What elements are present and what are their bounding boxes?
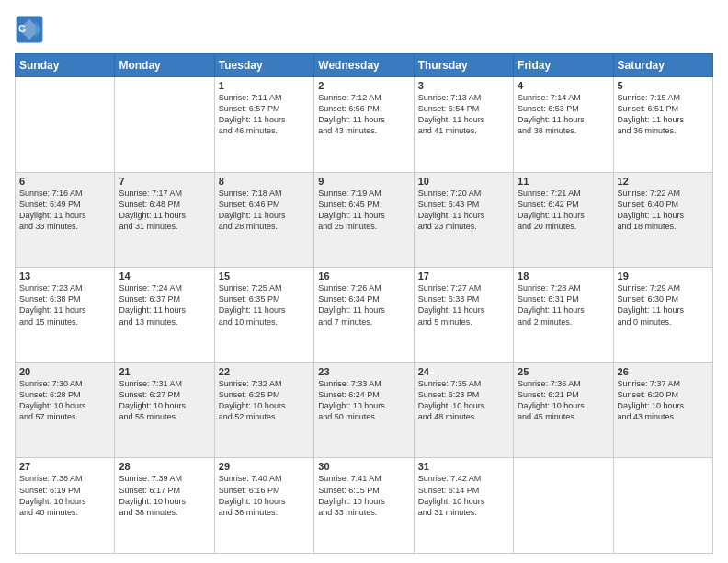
day-number: 7 [119, 176, 210, 187]
calendar-cell [613, 458, 712, 554]
calendar-cell: 22Sunrise: 7:32 AM Sunset: 6:25 PM Dayli… [214, 362, 313, 458]
day-number: 13 [19, 270, 110, 282]
calendar-cell: 3Sunrise: 7:13 AM Sunset: 6:54 PM Daylig… [414, 77, 513, 173]
day-number: 23 [318, 366, 409, 377]
day-info: Sunrise: 7:31 AM Sunset: 6:27 PM Dayligh… [119, 378, 210, 423]
calendar-table: SundayMondayTuesdayWednesdayThursdayFrid… [15, 53, 713, 554]
weekday-header-sunday: Sunday [16, 54, 115, 77]
calendar-cell: 24Sunrise: 7:35 AM Sunset: 6:23 PM Dayli… [414, 362, 513, 458]
day-number: 12 [618, 176, 709, 187]
calendar-cell: 29Sunrise: 7:40 AM Sunset: 6:16 PM Dayli… [214, 458, 313, 554]
day-info: Sunrise: 7:19 AM Sunset: 6:45 PM Dayligh… [318, 188, 409, 233]
calendar-cell [514, 458, 613, 554]
calendar-cell: 7Sunrise: 7:17 AM Sunset: 6:48 PM Daylig… [115, 172, 214, 268]
header: G [15, 15, 713, 44]
day-number: 2 [318, 80, 409, 91]
weekday-header-saturday: Saturday [613, 54, 712, 77]
weekday-header-wednesday: Wednesday [314, 54, 414, 77]
calendar-cell: 10Sunrise: 7:20 AM Sunset: 6:43 PM Dayli… [414, 172, 513, 268]
day-number: 22 [219, 366, 310, 377]
day-number: 17 [418, 270, 509, 282]
day-number: 24 [418, 366, 509, 377]
calendar-cell: 19Sunrise: 7:29 AM Sunset: 6:30 PM Dayli… [613, 268, 712, 363]
day-number: 10 [418, 176, 509, 187]
day-info: Sunrise: 7:35 AM Sunset: 6:23 PM Dayligh… [418, 378, 509, 423]
day-info: Sunrise: 7:38 AM Sunset: 6:19 PM Dayligh… [19, 473, 110, 518]
calendar-cell: 1Sunrise: 7:11 AM Sunset: 6:57 PM Daylig… [214, 77, 313, 173]
day-info: Sunrise: 7:12 AM Sunset: 6:56 PM Dayligh… [318, 92, 409, 137]
calendar-cell: 8Sunrise: 7:18 AM Sunset: 6:46 PM Daylig… [214, 172, 313, 268]
day-info: Sunrise: 7:25 AM Sunset: 6:35 PM Dayligh… [219, 282, 310, 327]
day-info: Sunrise: 7:23 AM Sunset: 6:38 PM Dayligh… [19, 282, 110, 327]
calendar-cell: 6Sunrise: 7:16 AM Sunset: 6:49 PM Daylig… [16, 172, 115, 268]
day-number: 6 [19, 176, 110, 187]
svg-text:G: G [18, 24, 26, 34]
weekday-header-thursday: Thursday [414, 54, 513, 77]
calendar-week-row: 6Sunrise: 7:16 AM Sunset: 6:49 PM Daylig… [16, 172, 713, 268]
day-number: 16 [318, 270, 409, 282]
day-info: Sunrise: 7:27 AM Sunset: 6:33 PM Dayligh… [418, 282, 509, 327]
day-info: Sunrise: 7:20 AM Sunset: 6:43 PM Dayligh… [418, 188, 509, 233]
calendar-cell: 25Sunrise: 7:36 AM Sunset: 6:21 PM Dayli… [514, 362, 613, 458]
day-info: Sunrise: 7:17 AM Sunset: 6:48 PM Dayligh… [119, 188, 210, 233]
calendar-cell: 23Sunrise: 7:33 AM Sunset: 6:24 PM Dayli… [314, 362, 414, 458]
day-number: 20 [19, 366, 110, 377]
day-number: 25 [518, 366, 609, 377]
day-number: 27 [19, 461, 110, 472]
day-number: 19 [618, 270, 709, 282]
day-info: Sunrise: 7:16 AM Sunset: 6:49 PM Dayligh… [19, 188, 110, 233]
weekday-header-friday: Friday [514, 54, 613, 77]
calendar-cell: 18Sunrise: 7:28 AM Sunset: 6:31 PM Dayli… [514, 268, 613, 363]
day-number: 31 [418, 461, 509, 472]
calendar-week-row: 13Sunrise: 7:23 AM Sunset: 6:38 PM Dayli… [16, 268, 713, 363]
day-info: Sunrise: 7:40 AM Sunset: 6:16 PM Dayligh… [219, 473, 310, 518]
calendar-cell: 15Sunrise: 7:25 AM Sunset: 6:35 PM Dayli… [214, 268, 313, 363]
weekday-header-tuesday: Tuesday [214, 54, 313, 77]
calendar-week-row: 20Sunrise: 7:30 AM Sunset: 6:28 PM Dayli… [16, 362, 713, 458]
day-info: Sunrise: 7:29 AM Sunset: 6:30 PM Dayligh… [618, 282, 709, 327]
day-info: Sunrise: 7:24 AM Sunset: 6:37 PM Dayligh… [119, 282, 210, 327]
day-number: 1 [219, 80, 310, 91]
day-number: 28 [119, 461, 210, 472]
day-info: Sunrise: 7:22 AM Sunset: 6:40 PM Dayligh… [618, 188, 709, 233]
day-number: 14 [119, 270, 210, 282]
day-info: Sunrise: 7:41 AM Sunset: 6:15 PM Dayligh… [318, 473, 409, 518]
day-info: Sunrise: 7:33 AM Sunset: 6:24 PM Dayligh… [318, 378, 409, 423]
day-info: Sunrise: 7:42 AM Sunset: 6:14 PM Dayligh… [418, 473, 509, 518]
calendar-cell: 27Sunrise: 7:38 AM Sunset: 6:19 PM Dayli… [16, 458, 115, 554]
day-info: Sunrise: 7:11 AM Sunset: 6:57 PM Dayligh… [219, 92, 310, 137]
day-number: 26 [618, 366, 709, 377]
day-info: Sunrise: 7:13 AM Sunset: 6:54 PM Dayligh… [418, 92, 509, 137]
logo: G [15, 15, 48, 44]
day-number: 30 [318, 461, 409, 472]
day-number: 15 [219, 270, 310, 282]
day-number: 4 [518, 80, 609, 91]
day-number: 29 [219, 461, 310, 472]
day-info: Sunrise: 7:36 AM Sunset: 6:21 PM Dayligh… [518, 378, 609, 423]
calendar-cell: 17Sunrise: 7:27 AM Sunset: 6:33 PM Dayli… [414, 268, 513, 363]
calendar-cell: 20Sunrise: 7:30 AM Sunset: 6:28 PM Dayli… [16, 362, 115, 458]
calendar-cell: 9Sunrise: 7:19 AM Sunset: 6:45 PM Daylig… [314, 172, 414, 268]
calendar-cell: 13Sunrise: 7:23 AM Sunset: 6:38 PM Dayli… [16, 268, 115, 363]
logo-icon: G [15, 15, 44, 44]
day-info: Sunrise: 7:30 AM Sunset: 6:28 PM Dayligh… [19, 378, 110, 423]
day-number: 9 [318, 176, 409, 187]
day-info: Sunrise: 7:15 AM Sunset: 6:51 PM Dayligh… [618, 92, 709, 137]
day-info: Sunrise: 7:28 AM Sunset: 6:31 PM Dayligh… [518, 282, 609, 327]
page: G SundayMondayTuesdayWednesdayThursdayFr… [0, 0, 728, 563]
day-number: 3 [418, 80, 509, 91]
calendar-week-row: 27Sunrise: 7:38 AM Sunset: 6:19 PM Dayli… [16, 458, 713, 554]
calendar-cell: 26Sunrise: 7:37 AM Sunset: 6:20 PM Dayli… [613, 362, 712, 458]
day-number: 11 [518, 176, 609, 187]
day-info: Sunrise: 7:37 AM Sunset: 6:20 PM Dayligh… [618, 378, 709, 423]
calendar-cell: 14Sunrise: 7:24 AM Sunset: 6:37 PM Dayli… [115, 268, 214, 363]
calendar-cell [115, 77, 214, 173]
day-info: Sunrise: 7:26 AM Sunset: 6:34 PM Dayligh… [318, 282, 409, 327]
day-number: 18 [518, 270, 609, 282]
day-number: 8 [219, 176, 310, 187]
calendar-cell: 31Sunrise: 7:42 AM Sunset: 6:14 PM Dayli… [414, 458, 513, 554]
calendar-cell: 4Sunrise: 7:14 AM Sunset: 6:53 PM Daylig… [514, 77, 613, 173]
calendar-cell: 30Sunrise: 7:41 AM Sunset: 6:15 PM Dayli… [314, 458, 414, 554]
calendar-cell: 16Sunrise: 7:26 AM Sunset: 6:34 PM Dayli… [314, 268, 414, 363]
calendar-cell [16, 77, 115, 173]
